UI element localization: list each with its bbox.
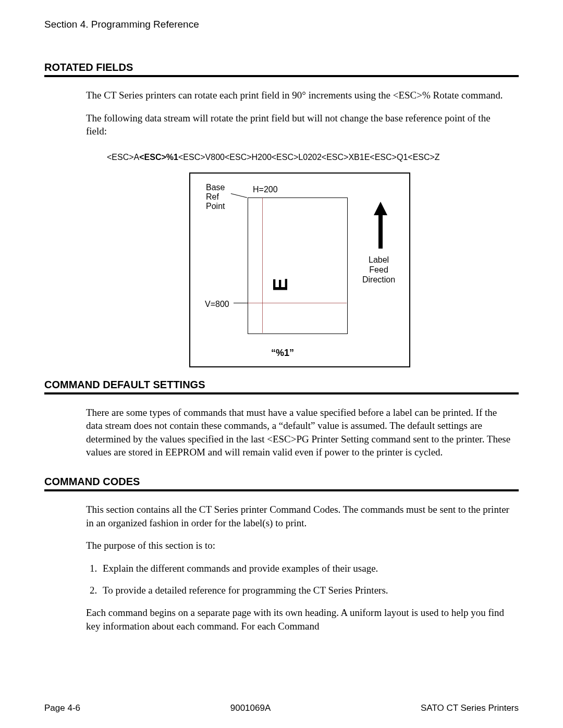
heading-rotated-fields: ROTATED FIELDS xyxy=(44,61,519,77)
code-post: <ESC>V800<ESC>H200<ESC>L0202<ESC>XB1E<ES… xyxy=(178,153,440,162)
figure-v-tick xyxy=(234,303,248,303)
manual-page: Section 4. Programming Reference ROTATED… xyxy=(0,0,563,728)
footer-docnum: 9001069A xyxy=(230,703,271,713)
figure-v-label: V=800 xyxy=(205,299,229,310)
paragraph: There are some types of commands that mu… xyxy=(86,406,513,460)
paragraph: The following data stream will rotate th… xyxy=(86,112,513,138)
paragraph: This section contains all the CT Series … xyxy=(86,503,513,529)
figure-text: Label xyxy=(369,255,389,264)
figure-rotated-char: E xyxy=(267,278,294,291)
paragraph: Each command begins on a separate page w… xyxy=(86,606,513,633)
footer-product: SATO CT Series Printers xyxy=(421,703,519,713)
command-codes-body: This section contains all the CT Series … xyxy=(86,503,513,633)
running-header: Section 4. Programming Reference xyxy=(44,19,519,30)
figure-feed-arrow-icon xyxy=(374,202,387,248)
figure-text: Ref xyxy=(206,192,219,201)
numbered-list: Explain the different commands and provi… xyxy=(86,562,513,597)
heading-command-codes: COMMAND CODES xyxy=(44,476,519,491)
command-default-body: There are some types of commands that mu… xyxy=(86,406,513,460)
figure-h-crosshair xyxy=(262,198,263,333)
list-item: To provide a detailed reference for prog… xyxy=(100,584,513,597)
figure-v-crosshair xyxy=(248,303,347,303)
rotated-fields-body: The CT Series printers can rotate each p… xyxy=(86,89,513,367)
figure-feed-label: Label Feed Direction xyxy=(362,255,395,285)
code-example: <ESC>A<ESC>%1<ESC>V800<ESC>H200<ESC>L020… xyxy=(107,152,513,163)
code-pre: <ESC>A xyxy=(107,153,139,162)
footer-page: Page 4-6 xyxy=(44,703,80,713)
heading-title: COMMAND CODES xyxy=(44,476,519,491)
rotation-figure: Base Ref Point H=200 V=800 E %1 Label Fe… xyxy=(189,172,410,367)
paragraph: The purpose of this section is to: xyxy=(86,539,513,552)
heading-title: ROTATED FIELDS xyxy=(44,61,519,77)
figure-text: Point xyxy=(206,202,225,211)
figure-rotation-tag: %1 xyxy=(271,347,294,359)
figure-text: Direction xyxy=(362,275,395,284)
heading-title: COMMAND DEFAULT SETTINGS xyxy=(44,379,519,394)
figure-base-ref-label: Base Ref Point xyxy=(206,183,225,212)
code-bold: <ESC>%1 xyxy=(139,153,178,162)
list-item: Explain the different commands and provi… xyxy=(100,562,513,575)
figure-text: Feed xyxy=(369,265,388,274)
paragraph: The CT Series printers can rotate each p… xyxy=(86,89,513,102)
figure-wrapper: Base Ref Point H=200 V=800 E %1 Label Fe… xyxy=(86,172,513,367)
heading-command-default: COMMAND DEFAULT SETTINGS xyxy=(44,379,519,394)
page-footer: Page 4-6 9001069A SATO CT Series Printer… xyxy=(44,703,519,713)
figure-h-label: H=200 xyxy=(253,184,278,195)
figure-text: Base xyxy=(206,183,225,192)
figure-leader-line xyxy=(231,193,248,201)
